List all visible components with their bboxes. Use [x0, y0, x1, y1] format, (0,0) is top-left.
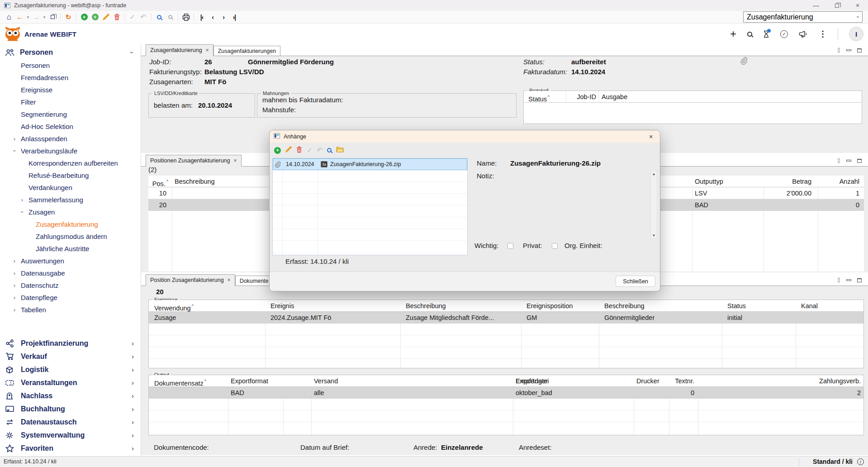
attachments-paperclip-icon[interactable] [740, 57, 748, 67]
edit-pencil-icon[interactable] [285, 146, 292, 154]
pending-jobs-hourglass-icon[interactable] [763, 30, 769, 38]
nav-first-icon[interactable]: |‹ [196, 12, 207, 23]
col-beschreibung[interactable]: Beschreibung [175, 176, 215, 187]
sidebar-module-logistik[interactable]: Logistik› [0, 363, 141, 376]
add-icon[interactable]: + [274, 147, 281, 154]
grip-icon[interactable] [837, 277, 840, 283]
confirm-check-icon[interactable]: ✓ [307, 146, 313, 154]
undo-icon[interactable]: ↶ [138, 12, 149, 23]
sidebar-item[interactable]: Verdankungen [0, 181, 141, 194]
sidebar-item[interactable]: Ereignisse [0, 84, 141, 96]
col-ereignisposition[interactable]: Ereignisposition [526, 300, 573, 312]
search-icon[interactable] [154, 12, 165, 23]
tab-position-zusagenfakturierung[interactable]: Position Zusagenfakturierung × [146, 274, 235, 286]
panel-maximize-icon[interactable] [857, 48, 862, 52]
sidebar-item[interactable]: Fremdadressen [0, 71, 141, 84]
search-secondary-icon[interactable] [165, 12, 175, 23]
sidebar-item[interactable]: Segmentierung [0, 108, 141, 120]
global-search-icon[interactable] [747, 32, 752, 37]
sidebar-item[interactable]: Zusagenfakturierung [0, 218, 141, 230]
sidebar-module-nachlass[interactable]: Nachlass› [0, 389, 141, 402]
protokoll-col-jobid[interactable]: Job-ID [567, 91, 596, 103]
new-window-icon[interactable] [47, 12, 58, 23]
output-row-selected[interactable]: BAD alle oktober_bad 0 2 [149, 387, 863, 399]
panel-minimize-icon[interactable] [846, 160, 851, 162]
sidebar-item[interactable]: Datenausgabe [0, 267, 141, 279]
panel-maximize-icon[interactable] [857, 159, 862, 163]
announcements-megaphone-icon[interactable] [799, 30, 808, 38]
check-circle-icon[interactable]: ✓ [780, 30, 788, 38]
col-zahlungsverb[interactable]: Zahlungsverb. [705, 375, 861, 387]
col-kanal[interactable]: Kanal [801, 300, 818, 312]
tab-close-icon[interactable]: × [234, 157, 237, 164]
tab-dokumente[interactable]: Dokumente [235, 276, 273, 286]
sidebar-item[interactable]: Personen [0, 59, 141, 71]
grip-icon[interactable] [837, 157, 840, 164]
col-betrag[interactable]: Betrag [716, 176, 811, 187]
sidebar-module-buchhaltung[interactable]: Buchhaltung› [0, 402, 141, 415]
sidebar-section-personen[interactable]: Personen › [0, 46, 141, 59]
edit-pencil-icon[interactable] [100, 12, 111, 23]
forward-icon[interactable]: → [31, 12, 42, 23]
info-icon[interactable]: i [857, 458, 864, 465]
sidebar-module-verkauf[interactable]: Verkauf› [0, 350, 141, 363]
panel-minimize-icon[interactable] [846, 49, 851, 51]
forward-history-caret-icon[interactable]: ▾ [42, 12, 47, 23]
notiz-scrollbar[interactable]: ▲ ▼ [650, 170, 657, 239]
sidebar-item[interactable]: Korrespondenzen aufbereiten [0, 157, 141, 169]
sidebar-module-favoriten[interactable]: Favoriten› [0, 442, 141, 455]
print-icon[interactable] [180, 12, 191, 23]
scroll-down-icon[interactable]: ▼ [651, 232, 657, 238]
protokoll-col-status[interactable]: Status^ [528, 91, 550, 103]
sidebar-module-projektfinanzierung[interactable]: Projektfinanzierung› [0, 337, 141, 350]
sidebar-item[interactable]: Sammelerfassung [0, 194, 141, 206]
add-copy-icon[interactable]: + [90, 12, 100, 23]
sidebar-module-veranstaltungen[interactable]: Veranstaltungen› [0, 376, 141, 389]
window-close-button[interactable]: × [847, 0, 868, 11]
home-icon[interactable]: ⌂ [4, 12, 14, 23]
col-drucker[interactable]: Drucker [636, 375, 659, 387]
col-pos[interactable]: Pos.^ [148, 176, 168, 187]
back-icon[interactable]: ← [14, 12, 25, 23]
sidebar-item[interactable]: Tabellen [0, 304, 141, 316]
attachment-list[interactable]: 14.10.2024 7z ZusagenFakturierung-26.zip [272, 158, 468, 255]
confirm-check-icon[interactable]: ✓ [127, 12, 138, 23]
col-exportformat[interactable]: Exportformat [231, 375, 268, 387]
col-status[interactable]: Status [727, 300, 746, 312]
scroll-up-icon[interactable]: ▲ [651, 171, 657, 177]
window-restore-button[interactable] [826, 0, 847, 11]
more-options-kebab-icon[interactable]: ⋮ [819, 29, 827, 39]
protokoll-col-ausgabe[interactable]: Ausgabe [602, 91, 627, 103]
grip-icon[interactable] [837, 47, 840, 53]
privat-checkbox[interactable] [552, 243, 558, 249]
tab-close-icon[interactable]: × [228, 277, 231, 283]
col-textnr[interactable]: Textnr. [671, 375, 694, 387]
col-dokumentensatz[interactable]: Dokumentensatz^ [154, 375, 206, 387]
sidebar-module-datenaustausch[interactable]: Datenaustausch› [0, 415, 141, 429]
delete-trash-icon[interactable] [296, 146, 302, 155]
nav-next-icon[interactable]: › [218, 12, 229, 23]
dialog-close-icon[interactable]: × [645, 132, 657, 141]
sidebar-item[interactable]: Verarbeitungsläufe [0, 145, 141, 157]
col-beschreibung[interactable]: Beschreibung [406, 300, 446, 312]
sidebar-item[interactable]: Anlassspenden [0, 133, 141, 145]
sidebar-item[interactable]: Auswertungen [0, 255, 141, 267]
tab-zusagenfakturierungen[interactable]: Zusagenfakturierungen [213, 46, 281, 56]
col-anzahl[interactable]: Anzahl [821, 176, 859, 187]
search-icon[interactable] [327, 146, 332, 154]
col-exportdatei[interactable]: Exportdatei [516, 375, 549, 387]
refresh-icon[interactable]: ↻ [63, 12, 74, 23]
col-beschreibung-2[interactable]: Beschreibung [604, 300, 645, 312]
sidebar-item[interactable]: Jährliche Austritte [0, 243, 141, 255]
schliessen-button[interactable]: Schließen [616, 276, 655, 287]
col-verwendung[interactable]: Verwendung^ [154, 300, 194, 312]
user-avatar[interactable]: I [849, 27, 863, 41]
dialog-titlebar[interactable]: Anhänge × [270, 130, 660, 143]
back-history-caret-icon[interactable]: ▾ [25, 12, 31, 23]
col-versand[interactable]: Versand [314, 375, 338, 387]
sidebar-module-systemverwaltung[interactable]: Systemverwaltung› [0, 429, 141, 442]
window-minimize-button[interactable]: — [806, 0, 826, 11]
tab-positionen-zusagenfakturierung[interactable]: Positionen Zusagenfakturierung × [146, 155, 242, 167]
tab-zusagenfakturierung[interactable]: Zusagenfakturierung × [146, 44, 213, 56]
tab-close-icon[interactable]: × [206, 47, 209, 53]
